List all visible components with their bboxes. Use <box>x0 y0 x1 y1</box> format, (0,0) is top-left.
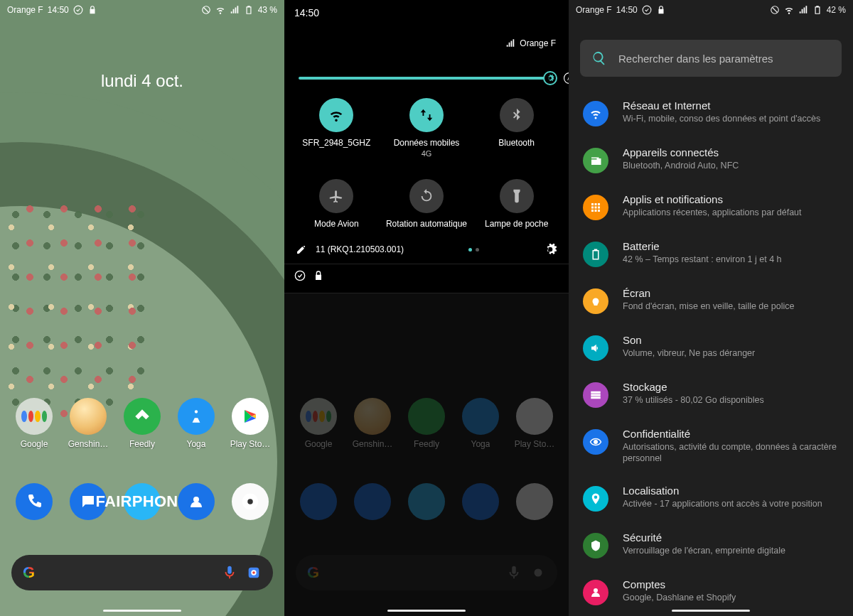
settings-search[interactable]: Rechercher dans les paramètres <box>580 40 842 77</box>
search-placeholder: Rechercher dans les paramètres <box>618 53 773 65</box>
settings-item-stockage[interactable]: Stockage37 % utilisés - 80,02 Go disponi… <box>569 371 853 418</box>
home-indicator[interactable] <box>103 610 181 612</box>
google-search-bar[interactable]: G <box>11 555 273 590</box>
date-widget[interactable]: lundi 4 oct. <box>0 71 284 91</box>
dimmed-dock <box>284 483 569 520</box>
settings-item-title: Son <box>623 334 755 346</box>
tile-bluetooth[interactable]: Bluetooth <box>471 98 562 159</box>
lock-icon <box>87 5 97 15</box>
app-google-folder[interactable]: Google <box>11 398 57 449</box>
qs-footer: 11 (RKQ1.210503.001) <box>284 238 569 264</box>
security-icon <box>583 533 608 558</box>
notification-icons-row <box>284 264 569 287</box>
flashlight-icon <box>509 188 525 204</box>
app-label: Yoga <box>187 439 206 449</box>
dock-fairphone[interactable]: FAIRPHONE <box>119 483 165 520</box>
dock-phone[interactable] <box>11 483 57 520</box>
clock-label: 14:50 <box>616 5 638 15</box>
settings-item-subtitle: Activée - 17 applications ont accès à vo… <box>623 498 822 509</box>
tile-airplane[interactable]: Mode Avion <box>291 179 382 229</box>
settings-gear-icon[interactable] <box>543 242 557 256</box>
check-icon <box>294 270 306 281</box>
storage-icon <box>583 382 608 408</box>
settings-item-title: Stockage <box>623 381 764 393</box>
settings-item-subtitle: Google, Dashlane et Shopify <box>623 592 736 603</box>
status-bar: Orange F 14:50 42 % <box>569 0 853 20</box>
home-indicator[interactable] <box>672 610 750 612</box>
google-g-icon: G <box>23 563 35 582</box>
check-icon <box>642 5 652 15</box>
settings-item-applis-et-notifications[interactable]: Applis et notificationsApplications réce… <box>569 183 853 230</box>
settings-item-r-seau-et-internet[interactable]: Réseau et InternetWi-Fi, mobile, conso d… <box>569 90 853 136</box>
pencil-icon[interactable] <box>296 244 307 255</box>
phone-quick-settings: Google Genshin… Feedly Yoga Play Sto… G … <box>284 0 569 616</box>
check-icon <box>73 5 83 15</box>
settings-item-title: Réseau et Internet <box>623 99 820 112</box>
search-icon <box>591 50 607 66</box>
mic-icon[interactable] <box>222 565 237 580</box>
settings-item-title: Applis et notifications <box>623 193 802 205</box>
tile-flashlight[interactable]: Lampe de poche <box>471 179 562 229</box>
settings-item-title: Localisation <box>623 485 822 497</box>
settings-item-son[interactable]: SonVolume, vibreur, Ne pas déranger <box>569 324 853 371</box>
nosim-icon <box>770 5 780 15</box>
dock-camera[interactable] <box>227 483 273 520</box>
settings-item-title: Batterie <box>623 240 782 252</box>
settings-item-subtitle: Autorisations, activité du compte, donné… <box>623 441 839 465</box>
privacy-icon <box>583 429 608 455</box>
settings-item-subtitle: 42 % – Temps restant : environ 1 j et 4 … <box>623 254 782 265</box>
svg-point-10 <box>195 410 198 413</box>
lock-icon <box>656 5 666 15</box>
screen-icon <box>583 288 608 314</box>
battery-label: 43 % <box>258 5 277 15</box>
wifi-icon <box>583 101 608 126</box>
app-yoga[interactable]: Yoga <box>173 398 219 449</box>
app-label: Feedly <box>129 439 155 449</box>
app-feedly[interactable]: Feedly <box>119 398 165 449</box>
lens-icon[interactable] <box>246 565 262 580</box>
tile-wifi[interactable]: SFR_2948_5GHZ <box>291 98 382 159</box>
tile-mobile-data[interactable]: Données mobiles4G <box>382 98 472 159</box>
settings-item-appareils-connect-s[interactable]: Appareils connectésBluetooth, Android Au… <box>569 136 853 183</box>
wifi-icon <box>784 5 794 15</box>
carrier-label: Orange F <box>7 5 43 15</box>
settings-item-subtitle: Volume, vibreur, Ne pas déranger <box>623 347 755 359</box>
rotate-icon <box>419 188 434 204</box>
settings-item-title: Confidentialité <box>623 428 839 440</box>
sound-icon <box>583 335 608 361</box>
dock-contacts[interactable] <box>173 483 219 520</box>
signal-icon <box>505 38 515 48</box>
android-version: 11 (RKQ1.210503.001) <box>316 244 404 254</box>
svg-point-13 <box>252 571 255 574</box>
home-indicator[interactable] <box>387 610 466 612</box>
battery-icon <box>812 5 822 15</box>
carrier-label: Orange F <box>576 5 612 15</box>
settings-list[interactable]: Réseau et InternetWi-Fi, mobile, conso d… <box>569 90 853 616</box>
settings-item-title: Comptes <box>623 578 736 590</box>
app-genshin[interactable]: Genshin… <box>65 398 111 449</box>
gear-icon <box>546 74 554 82</box>
settings-item-comptes[interactable]: ComptesGoogle, Dashlane et Shopify <box>569 568 853 615</box>
page-indicator <box>468 248 479 252</box>
phone-settings: Orange F 14:50 42 % Rechercher dans les … <box>569 0 853 616</box>
apps-icon <box>583 195 608 220</box>
settings-item-subtitle: Applications récentes, applications par … <box>623 207 802 218</box>
tile-rotation[interactable]: Rotation automatique <box>382 179 472 229</box>
settings-item-batterie[interactable]: Batterie42 % – Temps restant : environ 1… <box>569 230 853 277</box>
battery-icon <box>583 242 608 267</box>
clock-label: 14:50 <box>48 5 69 15</box>
settings-item-confidentialit-[interactable]: ConfidentialitéAutorisations, activité d… <box>569 418 853 475</box>
dimmed-search-bar: G <box>296 555 557 590</box>
app-playstore[interactable]: Play Sto… <box>227 398 273 449</box>
phone-home-screen: Orange F 14:50 43 % lundi 4 oct. Google … <box>0 0 284 616</box>
battery-label: 42 % <box>827 5 846 15</box>
settings-item-localisation[interactable]: LocalisationActivée - 17 applications on… <box>569 475 853 522</box>
brightness-slider[interactable]: A <box>299 77 554 80</box>
settings-item-title: Écran <box>623 287 794 299</box>
accounts-icon <box>583 580 608 605</box>
app-label: Play Sto… <box>230 439 271 449</box>
settings-item--cran[interactable]: ÉcranFond d'écran, mise en veille, taill… <box>569 277 853 324</box>
settings-item-subtitle: Fond d'écran, mise en veille, taille de … <box>623 301 794 312</box>
settings-item-s-curit-[interactable]: SécuritéVerrouillage de l'écran, emprein… <box>569 522 853 568</box>
auto-brightness-icon[interactable]: A <box>563 72 569 85</box>
